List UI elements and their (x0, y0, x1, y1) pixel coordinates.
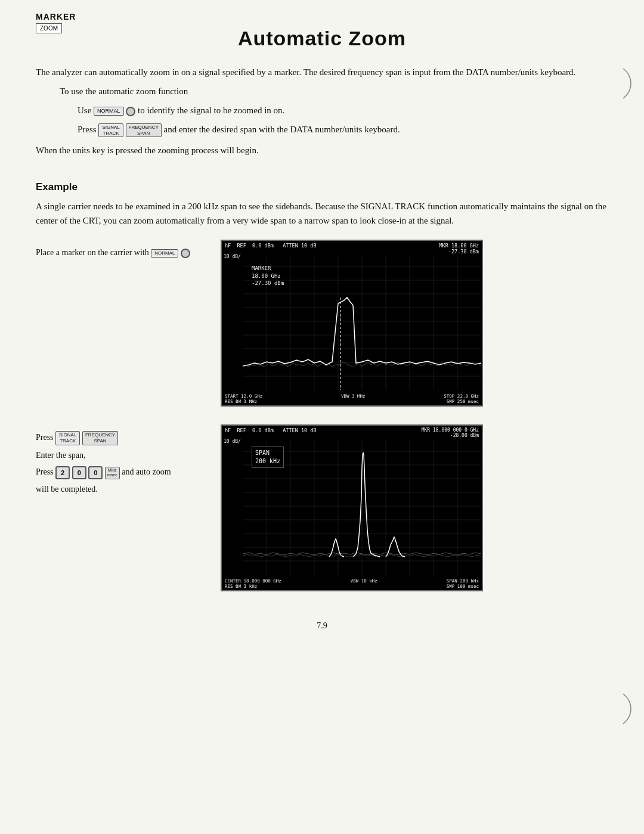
key-0-1: 0 (72, 466, 86, 479)
example-row-2: Press SIGNALTRACK FREQUENCYSPAN Enter th… (36, 424, 608, 591)
intro-line2: Press SIGNALTRACK FREQUENCYSPAN and ente… (78, 122, 608, 137)
screen2-bottom-center: VBW 10 kHz (351, 578, 377, 589)
key-2: 2 (55, 466, 70, 479)
mhz-key: MHzmsec (105, 467, 120, 479)
step1-right: hF REF 0.0 dBm ATTEN 10 dB MKR 18.00 GHz… (221, 240, 608, 407)
marker-section: MARKER ZOOM (36, 12, 76, 33)
example-row-1: Place a marker on the carrier with NORMA… (36, 240, 608, 407)
zoom-button: ZOOM (36, 23, 62, 33)
screen2-bottom-bar: CENTER 18.000 000 GHzRES BW 3 kHz VBW 10… (222, 577, 482, 590)
intro-para3: When the units key is pressed the zoomin… (36, 143, 608, 157)
press-label-3: Press (36, 467, 55, 476)
screen1-bottom-bar: START 12.0 GHzRES BW 3 MHz VBW 3 MHz STO… (222, 392, 482, 405)
screen1-bottom-left: START 12.0 GHzRES BW 3 MHz (225, 393, 262, 404)
press-label-2: Press (36, 433, 55, 442)
page-title: Automatic Zoom (36, 27, 608, 50)
right-bracket-2 (620, 691, 632, 727)
screen1-top-left: hF REF 0.0 dBm ATTEN 10 dB (225, 243, 317, 255)
screen1-top-bar: hF REF 0.0 dBm ATTEN 10 dB MKR 18.00 GHz… (222, 241, 482, 256)
marker-label: MARKER (36, 12, 76, 21)
normal-key: NORMAL (94, 107, 124, 116)
intro-para1: The analyzer can automatically zoom in o… (36, 65, 608, 79)
frequency-span-key: FREQUENCYSPAN (126, 123, 162, 137)
example-heading: Example (36, 181, 608, 193)
analyzer-screen-1: hF REF 0.0 dBm ATTEN 10 dB MKR 18.00 GHz… (221, 240, 483, 407)
screen1-top-right: MKR 18.00 GHz-27.30 dBm (439, 243, 479, 255)
screen1-bottom-center: VBW 3 MHz (341, 393, 366, 404)
step2-enter-line: Enter the span, (36, 448, 203, 463)
page: MARKER ZOOM Automatic Zoom The analyzer … (0, 0, 644, 834)
step1-text: Place a marker on the carrier with NORMA… (36, 246, 203, 260)
right-bracket-1 (620, 66, 632, 101)
knob-icon-2 (181, 249, 190, 258)
step2-left: Press SIGNALTRACK FREQUENCYSPAN Enter th… (36, 424, 203, 500)
key-0-2: 0 (88, 466, 103, 479)
screen2-top-bar: hF REF 0.0 dBm ATTEN 10 dB MKR 18.000 00… (222, 426, 482, 440)
step2-numbers-line: Press 2 0 0 MHzmsec and auto zoom (36, 465, 203, 479)
press-label: Press (78, 125, 97, 134)
screen2-bottom-right: SPAN 200 kHzSWP 100 msec (447, 578, 479, 589)
screen2-top-right: MKR 18.000 000 0 GHz-28.00 dBm (422, 427, 479, 438)
screen2-scale: 10 dB/ (224, 439, 241, 444)
signal-track-key: SIGNALTRACK (98, 123, 123, 137)
knob-icon (126, 107, 135, 116)
step1-left: Place a marker on the carrier with NORMA… (36, 240, 203, 263)
normal-key-2: NORMAL (151, 249, 178, 258)
step2-complete-line: will be completed. (36, 482, 203, 497)
screen2-span-info: SPAN200 kHz (252, 447, 284, 468)
frequency-span-key-2: FREQUENCYSPAN (82, 431, 118, 445)
signal-track-key-2: SIGNALTRACK (55, 431, 80, 445)
screen2-bottom-left: CENTER 18.000 000 GHzRES BW 3 kHz (225, 578, 281, 589)
intro-line1: Use NORMAL to identify the signal to be … (78, 103, 608, 117)
auto-zoom-text: and auto zoom (122, 467, 171, 476)
page-number: 7.9 (36, 621, 608, 631)
screen1-bottom-right: STOP 22.0 GHzSWP 250 msec (444, 393, 479, 404)
screen1-marker-info: MARKER18.00 GHz-27.30 dBm (252, 265, 284, 287)
screen1-scale: 10 dB/ (224, 254, 241, 259)
analyzer-screen-2: hF REF 0.0 dBm ATTEN 10 dB MKR 18.000 00… (221, 424, 483, 591)
step2-press-line: Press SIGNALTRACK FREQUENCYSPAN (36, 430, 203, 445)
intro-para2: To use the automatic zoom function (60, 84, 608, 98)
example-description: A single carrier needs to be examined in… (36, 199, 608, 228)
step2-right: hF REF 0.0 dBm ATTEN 10 dB MKR 18.000 00… (221, 424, 608, 591)
screen2-top-left: hF REF 0.0 dBm ATTEN 10 dB (225, 427, 317, 438)
